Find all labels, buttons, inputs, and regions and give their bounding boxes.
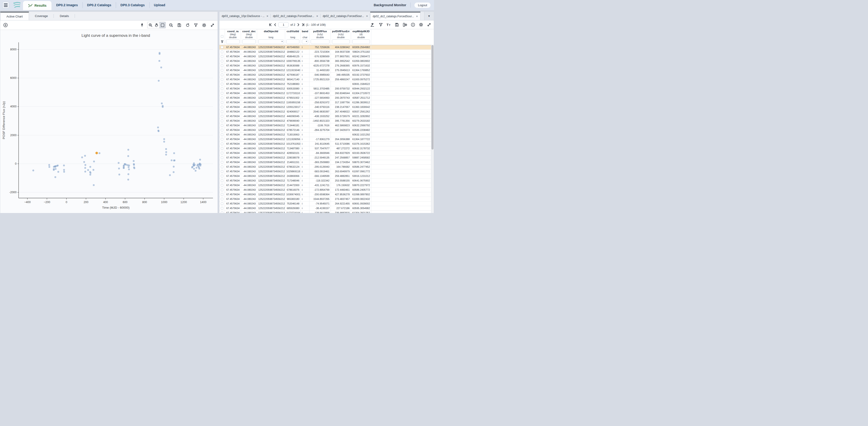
data-point[interactable] xyxy=(127,155,129,157)
data-point[interactable] xyxy=(192,166,193,168)
filter-chart-icon[interactable] xyxy=(193,22,199,28)
data-point[interactable] xyxy=(173,152,175,154)
row-checkbox[interactable] xyxy=(221,211,223,213)
nav-tab-results[interactable]: Results xyxy=(23,1,52,10)
row-checkbox[interactable] xyxy=(221,175,223,177)
save-table-icon[interactable] xyxy=(394,22,400,28)
row-checkbox[interactable] xyxy=(221,92,223,94)
table-row[interactable]: 67.4579634-44.08024312522205987345562129… xyxy=(219,86,431,91)
table-row[interactable]: 67.4579634-44.08024312522205987345562127… xyxy=(219,201,431,206)
table-row[interactable]: 67.4579634-44.08024312522205987345562121… xyxy=(219,100,431,105)
row-checkbox[interactable] xyxy=(221,202,223,205)
row-checkbox[interactable] xyxy=(221,74,223,76)
data-point[interactable] xyxy=(128,166,130,168)
row-checkbox[interactable] xyxy=(221,134,223,136)
table-row[interactable]: 67.4579634-44.08024312522205987345562124… xyxy=(219,45,431,50)
filter-input-ccdVisitId[interactable] xyxy=(286,39,299,44)
data-point[interactable] xyxy=(55,176,56,178)
data-point[interactable] xyxy=(49,166,50,168)
data-point[interactable] xyxy=(133,163,135,165)
data-point[interactable] xyxy=(133,167,135,169)
data-point[interactable] xyxy=(89,166,91,168)
data-point[interactable] xyxy=(193,162,195,164)
table-row[interactable]: 67.4579634-44.08024312522205987345562124… xyxy=(219,119,431,123)
search-catalog-icon[interactable] xyxy=(370,22,376,28)
data-point[interactable] xyxy=(93,169,94,171)
tab-coverage[interactable]: Coverage xyxy=(29,12,54,20)
table-row[interactable]: 67.4579634-44.08024312522205987345562124… xyxy=(219,73,431,77)
table-row[interactable]: 67.4579634-44.08024312522205987345562121… xyxy=(219,91,431,96)
row-checkbox[interactable] xyxy=(221,179,223,182)
row-checkbox[interactable] xyxy=(221,115,223,117)
zoom-reset-1x-icon[interactable]: 1X xyxy=(168,22,174,28)
table-row[interactable]: 67.4579634-44.08024312522205987345562121… xyxy=(219,192,431,197)
last-page-button[interactable] xyxy=(302,23,304,26)
logout-button[interactable]: Logout xyxy=(414,2,431,8)
next-page-button[interactable] xyxy=(297,23,300,26)
add-column-icon[interactable] xyxy=(402,22,408,28)
data-point[interactable] xyxy=(127,179,129,180)
nav-tab-dp02-images[interactable]: DP0.2 Images xyxy=(52,0,82,10)
table-row[interactable]: 67.4579634-44.08024312522205987345562124… xyxy=(219,114,431,119)
data-point[interactable] xyxy=(200,164,202,165)
row-checkbox[interactable] xyxy=(221,152,223,154)
data-point[interactable] xyxy=(128,168,130,170)
data-point[interactable] xyxy=(93,161,95,162)
filter-input-expMidptMJD[interactable] xyxy=(352,39,370,44)
table-tab-3[interactable]: dp02_dc2_catalogs.ForcedSour...× xyxy=(370,12,421,20)
data-point[interactable] xyxy=(63,165,65,166)
data-point[interactable] xyxy=(55,168,57,170)
table-row[interactable]: 67.4579634-44.08024312522205987345562121… xyxy=(219,105,431,110)
background-monitor-button[interactable]: Background Monitor xyxy=(369,3,410,7)
nav-tab-dp02-catalogs[interactable]: DP0.2 Catalogs xyxy=(83,0,116,10)
row-checkbox[interactable] xyxy=(221,110,223,113)
data-point[interactable] xyxy=(53,169,55,171)
data-point[interactable] xyxy=(118,167,120,169)
close-tab-icon[interactable]: × xyxy=(416,15,418,18)
column-header-ccdVisitId[interactable]: ccdVisitIdlong xyxy=(285,29,301,45)
row-checkbox[interactable] xyxy=(221,64,223,67)
column-header-diaObjectId[interactable]: diaObjectIdlong▾ xyxy=(257,29,285,45)
row-checkbox[interactable] xyxy=(221,143,223,145)
data-point[interactable] xyxy=(165,148,167,150)
data-point[interactable] xyxy=(194,164,196,166)
row-checkbox[interactable] xyxy=(221,83,223,85)
table-row[interactable]: 67.4579634-44.08024312522205987345562126… xyxy=(219,128,431,133)
filter-input-psfDiffFluxErr[interactable] xyxy=(332,39,350,44)
table-row[interactable]: 67.4579634-44.08024312522205987345562122… xyxy=(219,160,431,165)
data-point[interactable] xyxy=(169,174,171,176)
filter-input-coord_dec[interactable] xyxy=(242,39,256,44)
row-checkbox[interactable] xyxy=(221,138,223,141)
table-tab-0[interactable]: dp03_catalogs_10yr.DiaSource - ...× xyxy=(219,12,271,20)
data-point[interactable] xyxy=(159,53,161,55)
table-row[interactable]: 67.4579634-44.08024312522205987345562121… xyxy=(219,137,431,142)
table-tab-1[interactable]: dp02_dc2_catalogs.ForcedSour...× xyxy=(271,12,320,20)
tab-active-chart[interactable]: Active Chart xyxy=(0,12,29,20)
info-icon[interactable] xyxy=(410,22,416,28)
zoom-in-icon[interactable] xyxy=(148,22,153,28)
tab-details[interactable]: Details xyxy=(54,12,75,20)
row-checkbox[interactable] xyxy=(221,96,223,99)
column-header-psfDiffFluxErr[interactable]: psfDiffFluxErr(nJy)double xyxy=(331,29,351,45)
data-point[interactable] xyxy=(81,157,83,158)
text-view-icon[interactable]: TT xyxy=(386,22,392,28)
prev-page-button[interactable] xyxy=(274,23,277,26)
data-point[interactable] xyxy=(193,168,195,170)
data-point[interactable] xyxy=(195,167,197,169)
data-point[interactable] xyxy=(199,159,201,161)
data-point[interactable] xyxy=(93,184,95,186)
row-checkbox[interactable] xyxy=(221,87,223,90)
data-point[interactable] xyxy=(118,174,120,175)
close-tab-icon[interactable]: × xyxy=(316,15,318,18)
tab-list-dropdown[interactable]: ▼ xyxy=(424,12,434,20)
data-point[interactable] xyxy=(84,155,86,157)
table-row[interactable]: 67.4579634-44.08024312522205987345562127… xyxy=(219,146,431,151)
column-header-coord_dec[interactable]: coord_dec(deg)double xyxy=(241,29,257,45)
column-header-psfDiffFlux[interactable]: psfDiffFlux(nJy)double xyxy=(309,29,331,45)
data-point[interactable] xyxy=(84,167,86,169)
data-point[interactable] xyxy=(162,106,163,108)
data-point[interactable] xyxy=(63,169,65,171)
data-point[interactable] xyxy=(133,160,135,162)
data-point[interactable] xyxy=(158,130,159,132)
data-point[interactable] xyxy=(123,165,125,167)
